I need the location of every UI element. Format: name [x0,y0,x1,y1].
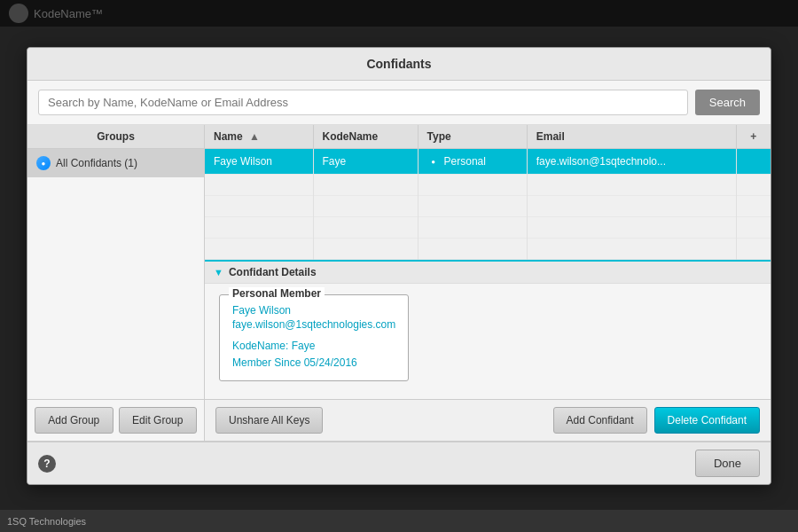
search-bar: Search [27,81,771,125]
personal-member-label: Personal Member [229,287,325,300]
table-row-empty [205,175,771,196]
group-icon: ● [36,156,51,170]
details-body: Personal Member Faye Wilson faye.wilson@… [205,284,771,399]
search-button[interactable]: Search [695,90,760,115]
right-panel: Name ▲ KodeName Type Email [205,125,771,441]
details-header[interactable]: ▼ Confidant Details [205,262,771,284]
action-bar: Unshare All Keys Add Confidant Delete Co… [205,399,771,441]
groups-list: ● All Confidants (1) [27,149,204,399]
cell-kodename: Faye [313,149,418,175]
cell-type: ● Personal [418,149,527,175]
details-section: ▼ Confidant Details Personal Member Faye… [205,260,771,399]
groups-header: Groups [27,125,204,149]
groups-panel: Groups ● All Confidants (1) Add Group Ed… [27,125,205,441]
add-group-button[interactable]: Add Group [35,407,113,434]
cell-extra [736,149,771,175]
table-row[interactable]: Faye Wilson Faye ● Personal faye.wilson@… [205,149,771,175]
help-icon[interactable]: ? [38,455,56,473]
modal-footer: ? Done [27,442,771,484]
personal-type-icon: ● [427,155,440,168]
col-email[interactable]: Email [527,125,736,149]
cell-name: Faye Wilson [205,149,313,175]
data-table: Name ▲ KodeName Type Email [205,125,771,260]
table-row-empty [205,239,771,260]
delete-confidant-button[interactable]: Delete Confidant [654,407,760,434]
col-add[interactable]: + [736,125,771,149]
detail-name: Faye Wilson [232,304,395,317]
main-content: Groups ● All Confidants (1) Add Group Ed… [27,125,771,442]
modal: Confidants Search Groups ● All Confidant… [27,47,771,485]
detail-email: faye.wilson@1sqtechnologies.com [232,318,395,331]
col-kodename[interactable]: KodeName [313,125,418,149]
table-row-empty [205,217,771,239]
add-col-icon[interactable]: + [750,130,756,143]
table-row-empty [205,196,771,217]
edit-group-button[interactable]: Edit Group [119,407,198,434]
detail-kodename: KodeName: Faye Member Since 05/24/2016 [232,338,395,372]
app-footer: 1SQ Technologies [0,510,798,532]
unshare-all-button[interactable]: Unshare All Keys [215,407,323,434]
footer-text: 1SQ Technologies [7,516,86,527]
details-title: Confidant Details [229,266,317,278]
group-item-all-confidants[interactable]: ● All Confidants (1) [27,149,204,177]
col-name[interactable]: Name ▲ [205,125,313,149]
add-confidant-button[interactable]: Add Confidant [553,407,647,434]
sort-arrow: ▲ [249,130,260,143]
table-container: Name ▲ KodeName Type Email [205,125,771,260]
details-toggle-icon: ▼ [214,267,223,278]
groups-footer: Add Group Edit Group [27,399,204,441]
cell-email: faye.wilson@1sqtechnolo... [527,149,736,175]
modal-overlay: Confidants Search Groups ● All Confidant… [0,0,798,532]
col-type[interactable]: Type [418,125,527,149]
done-button[interactable]: Done [695,450,760,477]
search-input[interactable] [38,90,688,115]
personal-member-box: Personal Member Faye Wilson faye.wilson@… [219,294,409,381]
modal-title: Confidants [27,48,771,81]
